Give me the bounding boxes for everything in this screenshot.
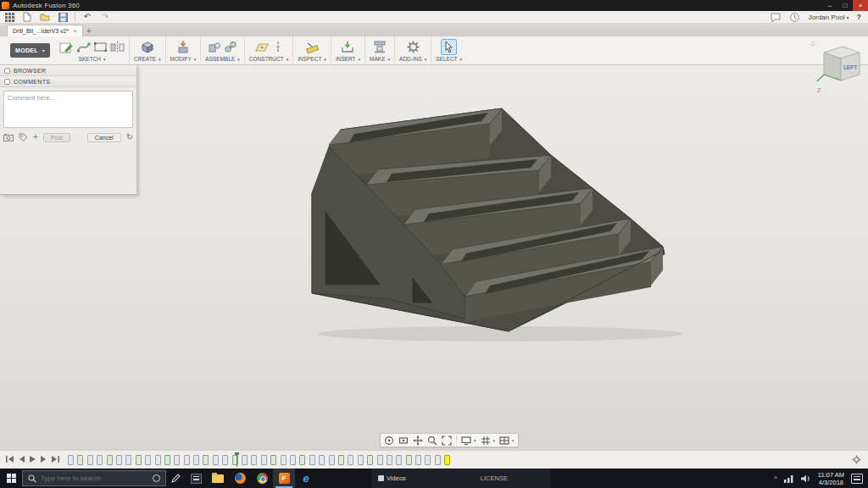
firefox-icon[interactable] xyxy=(229,469,251,488)
display-settings-icon[interactable]: ▾ xyxy=(461,435,476,446)
timeline-feature[interactable] xyxy=(193,455,199,465)
timeline-feature[interactable] xyxy=(309,455,315,465)
fit-view-icon[interactable] xyxy=(442,435,452,446)
timeline-feature[interactable] xyxy=(425,455,431,465)
timeline-feature[interactable] xyxy=(367,455,373,465)
timeline-feature[interactable] xyxy=(203,455,209,465)
group-label-inspect[interactable]: INSPECT▾ xyxy=(298,56,326,62)
construction-plane-icon[interactable] xyxy=(254,40,270,54)
group-label-make[interactable]: MAKE▾ xyxy=(370,56,390,62)
taskbar-clock[interactable]: 11:07 AM 4/3/2018 xyxy=(818,471,844,486)
measure-icon[interactable] xyxy=(305,40,320,54)
tab-close-icon[interactable]: × xyxy=(73,28,77,35)
pan-icon[interactable] xyxy=(413,435,423,446)
select-cursor-icon[interactable] xyxy=(441,39,457,55)
user-menu[interactable]: Jordan Pool▾ xyxy=(809,13,849,21)
timeline-feature[interactable] xyxy=(435,455,441,465)
timeline-feature[interactable] xyxy=(184,455,190,465)
timeline-feature[interactable] xyxy=(281,455,287,465)
background-window-peek[interactable]: Videos LICENSE xyxy=(371,469,551,488)
grid-settings-icon[interactable]: ▾ xyxy=(481,435,496,446)
joint-icon[interactable] xyxy=(224,40,237,54)
timeline-feature[interactable] xyxy=(222,455,228,465)
timeline-feature[interactable] xyxy=(377,455,383,465)
timeline-feature[interactable] xyxy=(174,455,180,465)
timeline-feature[interactable] xyxy=(444,455,450,465)
edge-icon[interactable]: e xyxy=(295,469,317,488)
timeline-feature[interactable] xyxy=(338,455,344,465)
timeline-feature[interactable] xyxy=(270,455,276,465)
group-label-insert[interactable]: INSERT▾ xyxy=(336,56,360,62)
file-explorer-icon[interactable] xyxy=(207,469,229,488)
timeline-feature[interactable] xyxy=(329,455,335,465)
timeline-feature[interactable] xyxy=(107,455,113,465)
addins-gear-icon[interactable] xyxy=(406,40,420,54)
search-input[interactable] xyxy=(41,474,142,482)
insert-icon[interactable] xyxy=(341,40,354,54)
browser-header[interactable]: BROWSER xyxy=(0,65,136,76)
attach-screenshot-icon[interactable] xyxy=(3,134,14,141)
minimize-button[interactable]: – xyxy=(822,0,837,11)
timeline-feature[interactable] xyxy=(290,455,296,465)
zoom-icon[interactable] xyxy=(427,435,437,446)
timeline-feature[interactable] xyxy=(116,455,122,465)
3d-print-icon[interactable] xyxy=(373,40,387,54)
timeline-options-icon[interactable] xyxy=(852,455,861,464)
group-label-sketch[interactable]: SKETCH▾ xyxy=(79,56,106,62)
comment-input[interactable] xyxy=(3,91,133,128)
create-sketch-icon[interactable] xyxy=(59,40,74,54)
undo-icon[interactable]: ↶ xyxy=(81,12,93,22)
peek-item-videos[interactable]: Videos xyxy=(378,474,406,482)
rectangle-tool-icon[interactable] xyxy=(93,40,108,54)
viewports-icon[interactable]: ▾ xyxy=(499,435,515,446)
post-button[interactable]: Post xyxy=(43,133,70,142)
group-label-modify[interactable]: MODIFY▾ xyxy=(170,56,197,62)
taskbar-app-dark-icon[interactable] xyxy=(185,469,207,488)
timeline-feature[interactable] xyxy=(125,455,131,465)
help-button[interactable]: ? xyxy=(857,13,862,21)
viewcube-cube[interactable]: LEFT xyxy=(812,39,868,88)
timeline-feature[interactable] xyxy=(406,455,412,465)
skip-to-end-button[interactable] xyxy=(51,455,60,463)
press-pull-icon[interactable] xyxy=(176,40,190,54)
save-icon[interactable] xyxy=(57,12,69,22)
cancel-button[interactable]: Cancel xyxy=(87,133,121,142)
timeline-feature[interactable] xyxy=(213,455,219,465)
network-icon[interactable] xyxy=(784,474,794,483)
step-forward-button[interactable] xyxy=(40,455,47,463)
start-button[interactable] xyxy=(0,469,22,488)
windows-ink-pen-icon[interactable] xyxy=(166,469,185,488)
timeline-feature[interactable] xyxy=(145,455,151,465)
workspace-selector[interactable]: MODEL ▾ xyxy=(10,43,50,58)
spline-tool-icon[interactable] xyxy=(76,40,91,54)
viewcube[interactable]: ⌂ LEFT Z xyxy=(812,39,868,92)
new-tab-button[interactable]: + xyxy=(83,25,95,36)
look-at-icon[interactable] xyxy=(398,435,409,446)
app-grid-icon[interactable] xyxy=(3,12,15,22)
timeline-feature[interactable] xyxy=(136,455,142,465)
group-label-addins[interactable]: ADD-INS▾ xyxy=(399,56,426,62)
taskbar-search[interactable] xyxy=(22,470,166,486)
timeline-feature[interactable] xyxy=(87,455,93,465)
timeline-feature[interactable] xyxy=(387,455,392,465)
viewcube-home-icon[interactable]: ⌂ xyxy=(810,39,815,47)
job-status-clock-icon[interactable] xyxy=(789,12,801,22)
new-component-icon[interactable] xyxy=(208,40,221,54)
add-icon[interactable]: + xyxy=(33,133,38,141)
redo-icon[interactable]: ↷ xyxy=(99,12,111,22)
timeline-feature[interactable] xyxy=(97,455,103,465)
timeline-feature[interactable] xyxy=(299,455,305,465)
peek-item-license[interactable]: LICENSE xyxy=(481,474,508,482)
refresh-icon[interactable]: ↻ xyxy=(126,133,133,141)
timeline-feature[interactable] xyxy=(155,455,161,465)
timeline-feature[interactable] xyxy=(348,455,353,465)
comments-header[interactable]: COMMENTS xyxy=(0,76,136,87)
mirror-tool-icon[interactable] xyxy=(110,40,125,54)
timeline-feature[interactable] xyxy=(164,455,170,465)
tag-icon[interactable] xyxy=(19,133,28,141)
step-back-button[interactable] xyxy=(18,455,25,463)
group-label-create[interactable]: CREATE▾ xyxy=(134,56,160,62)
timeline-position-marker[interactable] xyxy=(236,452,237,467)
timeline-feature[interactable] xyxy=(251,455,257,465)
orbit-icon[interactable] xyxy=(384,435,394,446)
